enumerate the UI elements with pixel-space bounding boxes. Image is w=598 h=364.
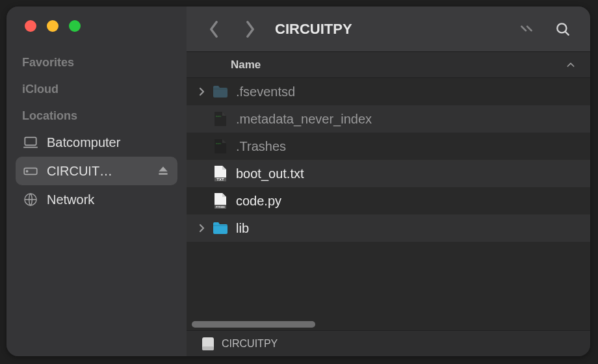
file-row[interactable]: TXT boot_out.txt (187, 160, 590, 187)
svg-text:exec: exec (216, 114, 221, 118)
sidebar-items: Batcomputer CIRCUIT… (6, 125, 187, 214)
folder-icon (211, 83, 229, 101)
column-header-name[interactable]: Name (187, 52, 590, 78)
sidebar-item-label: Batcomputer (47, 135, 171, 150)
sidebar-item-network[interactable]: Network (16, 185, 177, 214)
svg-text:exec: exec (216, 142, 221, 145)
file-name: .fseventsd (236, 84, 295, 99)
overflow-button[interactable] (512, 15, 541, 44)
minimize-icon[interactable] (47, 20, 58, 32)
disclosure-triangle-icon[interactable] (192, 224, 211, 233)
file-row[interactable]: .fseventsd (187, 78, 590, 105)
sidebar-item-batcomputer[interactable]: Batcomputer (16, 128, 177, 157)
forward-button[interactable] (236, 15, 265, 44)
window-title: CIRCUITPY (272, 21, 352, 38)
horizontal-scrollbar[interactable] (187, 318, 590, 330)
file-row[interactable]: exec .Trashes (187, 133, 590, 160)
eject-icon[interactable] (155, 164, 171, 177)
svg-rect-0 (25, 137, 36, 145)
svg-text:TXT: TXT (216, 177, 224, 181)
sidebar-item-circuitpy[interactable]: CIRCUIT… (16, 157, 177, 185)
drive-icon (22, 162, 39, 179)
back-button[interactable] (200, 15, 228, 44)
sort-ascending-icon (566, 60, 576, 70)
sidebar-section-favorites[interactable]: Favorites (6, 46, 187, 72)
close-icon[interactable] (25, 20, 36, 32)
sidebar: Favorites iCloud Locations Batcomputer C… (6, 6, 187, 356)
finder-window: Favorites iCloud Locations Batcomputer C… (6, 6, 590, 356)
scrollbar-thumb[interactable] (192, 321, 315, 328)
laptop-icon (22, 134, 39, 151)
disclosure-triangle-icon[interactable] (192, 87, 211, 96)
file-name: code.py (236, 194, 281, 209)
globe-icon (22, 191, 39, 208)
pathbar[interactable]: CIRCUITPY (187, 330, 590, 356)
file-row[interactable]: PYTHON code.py (187, 187, 590, 214)
document-icon: exec (211, 110, 229, 128)
document-icon: exec (211, 137, 229, 155)
file-name: .metadata_never_index (236, 112, 372, 127)
maximize-icon[interactable] (69, 20, 81, 32)
sidebar-section-icloud[interactable]: iCloud (6, 72, 187, 99)
svg-rect-12 (202, 346, 214, 350)
svg-text:PYTHON: PYTHON (216, 206, 225, 209)
folder-icon (211, 219, 229, 237)
svg-point-2 (27, 170, 28, 172)
document-icon: PYTHON (211, 192, 229, 210)
file-row[interactable]: lib (187, 214, 590, 242)
file-name: lib (236, 221, 249, 236)
window-controls (6, 6, 187, 46)
sidebar-item-label: CIRCUIT… (47, 164, 148, 179)
sidebar-section-locations[interactable]: Locations (6, 99, 187, 125)
search-button[interactable] (549, 15, 577, 44)
file-name: boot_out.txt (236, 166, 304, 181)
document-icon: TXT (211, 164, 229, 183)
sidebar-item-label: Network (47, 192, 171, 207)
removable-disk-icon (201, 337, 215, 351)
file-list[interactable]: .fseventsd exec .metadata_never_index ex… (187, 78, 590, 316)
file-name: .Trashes (236, 139, 286, 154)
pathbar-item[interactable]: CIRCUITPY (222, 338, 278, 350)
file-row[interactable]: exec .metadata_never_index (187, 105, 590, 133)
column-header-label: Name (231, 58, 261, 72)
toolbar: CIRCUITPY (187, 6, 590, 52)
main-pane: CIRCUITPY Name .fseventsd (187, 6, 590, 356)
